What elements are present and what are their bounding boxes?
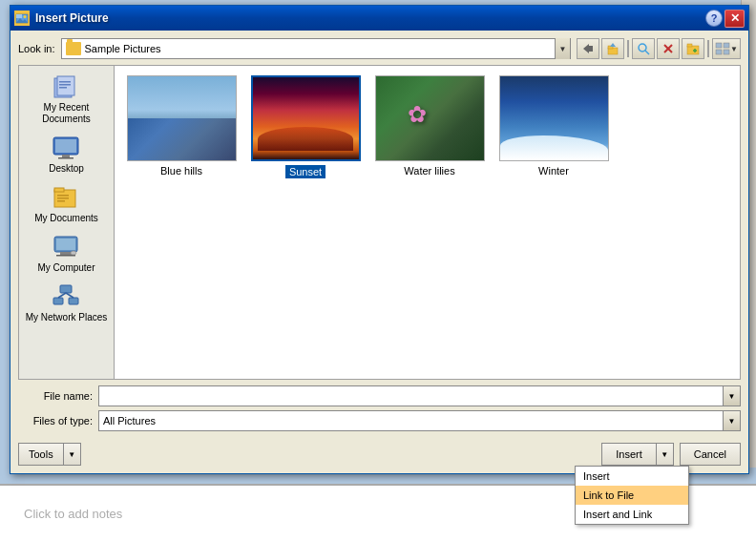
file-item-water-lilies[interactable]: Water lilies xyxy=(372,75,487,178)
sidebar-item-recent-documents[interactable]: My Recent Documents xyxy=(19,70,114,129)
insert-dropdown-arrow[interactable]: ▼ xyxy=(657,443,674,466)
svg-rect-1 xyxy=(16,14,22,18)
svg-marker-4 xyxy=(583,44,589,53)
svg-rect-19 xyxy=(716,50,722,54)
svg-rect-38 xyxy=(56,255,75,257)
look-in-row: Look in: Sample Pictures ▼ xyxy=(18,38,741,59)
network-icon xyxy=(52,283,82,310)
svg-point-39 xyxy=(71,251,76,255)
tools-dropdown-arrow[interactable]: ▼ xyxy=(64,443,81,466)
main-area: My Recent Documents Desktop xyxy=(18,65,741,380)
thumbnail-sunset xyxy=(251,75,361,161)
svg-rect-27 xyxy=(55,139,76,153)
my-computer-icon xyxy=(52,234,82,260)
sidebar-label-desktop: Desktop xyxy=(49,163,84,175)
insert-button[interactable]: Insert xyxy=(601,443,657,466)
file-name-winter: Winter xyxy=(538,165,569,177)
dialog-icon xyxy=(14,10,30,26)
svg-rect-20 xyxy=(724,50,729,54)
files-of-type-container[interactable]: All Pictures ▼ xyxy=(98,410,741,431)
svg-rect-18 xyxy=(724,43,729,48)
sidebar-label-my-documents: My Documents xyxy=(34,213,98,224)
file-name-sunset: Sunset xyxy=(285,165,326,178)
svg-rect-36 xyxy=(56,239,75,250)
sidebar-item-my-documents[interactable]: My Documents xyxy=(19,180,114,228)
svg-rect-25 xyxy=(59,87,67,89)
file-name-blue-hills: Blue hills xyxy=(160,165,202,177)
svg-marker-8 xyxy=(610,43,616,47)
help-button[interactable]: ? xyxy=(705,10,723,27)
sidebar-label-recent: My Recent Documents xyxy=(25,102,108,125)
views-button[interactable]: ▼ xyxy=(712,38,741,59)
look-in-value: Sample Pictures xyxy=(85,43,551,54)
right-buttons: Insert ▼ Cancel Insert Link to File Inse… xyxy=(601,443,741,466)
svg-point-3 xyxy=(24,15,27,18)
svg-rect-42 xyxy=(69,298,78,304)
svg-rect-29 xyxy=(58,157,74,159)
svg-rect-32 xyxy=(57,195,69,197)
dropdown-item-insert-and-link[interactable]: Insert and Link xyxy=(576,505,688,524)
svg-point-9 xyxy=(639,44,646,52)
insert-button-group: Insert ▼ xyxy=(601,443,674,466)
toolbar-buttons: ▼ xyxy=(577,38,741,59)
files-of-type-value: All Pictures xyxy=(99,411,723,430)
svg-rect-40 xyxy=(60,285,72,293)
sidebar-item-my-computer[interactable]: My Computer xyxy=(19,230,114,278)
file-item-sunset[interactable]: Sunset xyxy=(248,75,363,178)
new-folder-button[interactable] xyxy=(682,38,704,59)
thumbnail-winter xyxy=(499,75,609,161)
file-item-winter[interactable]: Winter xyxy=(496,75,611,178)
desktop-icon xyxy=(52,135,82,161)
look-in-label: Look in: xyxy=(18,43,55,54)
thumbnail-blue-hills xyxy=(127,75,237,161)
file-name-label: File name: xyxy=(18,390,93,402)
svg-rect-28 xyxy=(62,155,70,157)
svg-rect-17 xyxy=(716,43,722,48)
files-of-type-row: Files of type: All Pictures ▼ xyxy=(18,410,741,431)
file-name-water-lilies: Water lilies xyxy=(404,165,454,177)
file-item-blue-hills[interactable]: Blue hills xyxy=(124,75,239,178)
dialog-title: Insert Picture xyxy=(35,11,109,25)
svg-rect-34 xyxy=(57,200,65,202)
file-name-dropdown-arrow[interactable]: ▼ xyxy=(723,386,740,406)
toolbar-separator-2 xyxy=(707,40,709,57)
title-close-button[interactable]: ✕ xyxy=(724,10,745,28)
svg-line-44 xyxy=(66,293,74,298)
svg-rect-24 xyxy=(59,84,71,86)
dialog-buttons: Tools ▼ Insert ▼ Cancel Insert Link to F… xyxy=(10,439,748,473)
search-web-button[interactable] xyxy=(632,38,655,59)
my-docs-icon xyxy=(52,184,82,211)
toolbar-separator xyxy=(627,40,629,57)
files-of-type-dropdown-arrow[interactable]: ▼ xyxy=(723,411,740,430)
svg-rect-33 xyxy=(57,198,69,199)
back-button[interactable] xyxy=(577,38,599,59)
up-folder-button[interactable] xyxy=(601,38,624,59)
sidebar-item-my-network-places[interactable]: My Network Places xyxy=(19,280,114,327)
svg-rect-14 xyxy=(687,44,692,47)
recent-docs-icon xyxy=(52,73,82,100)
cancel-button[interactable]: Cancel xyxy=(680,443,741,466)
svg-rect-23 xyxy=(59,81,71,83)
sidebar-label-my-computer: My Computer xyxy=(37,262,94,274)
title-bar: Insert Picture ? ✕ xyxy=(10,6,748,31)
sidebar: My Recent Documents Desktop xyxy=(19,66,115,379)
look-in-combo[interactable]: Sample Pictures ▼ xyxy=(61,38,571,59)
svg-rect-37 xyxy=(60,252,72,255)
file-area: Blue hills Sunset Water li xyxy=(115,66,740,379)
file-name-input-container[interactable]: ▼ xyxy=(98,385,741,406)
look-in-dropdown-arrow[interactable]: ▼ xyxy=(555,38,570,59)
delete-button[interactable] xyxy=(657,38,680,59)
thumbnail-water-lilies xyxy=(375,75,485,161)
sidebar-item-desktop[interactable]: Desktop xyxy=(19,131,114,178)
insert-picture-dialog: Insert Picture ? ✕ Look in: Sample Pictu… xyxy=(10,5,749,474)
tools-button[interactable]: Tools xyxy=(18,443,64,466)
svg-line-10 xyxy=(645,51,649,54)
dropdown-item-link-to-file[interactable]: Link to File xyxy=(576,486,688,505)
tools-button-group: Tools ▼ xyxy=(18,443,81,466)
file-name-row: File name: ▼ xyxy=(18,385,741,406)
files-of-type-label: Files of type: xyxy=(18,415,93,427)
svg-rect-41 xyxy=(53,298,63,304)
svg-rect-22 xyxy=(57,76,74,95)
file-name-input[interactable] xyxy=(99,386,723,406)
dropdown-item-insert[interactable]: Insert xyxy=(576,467,688,486)
